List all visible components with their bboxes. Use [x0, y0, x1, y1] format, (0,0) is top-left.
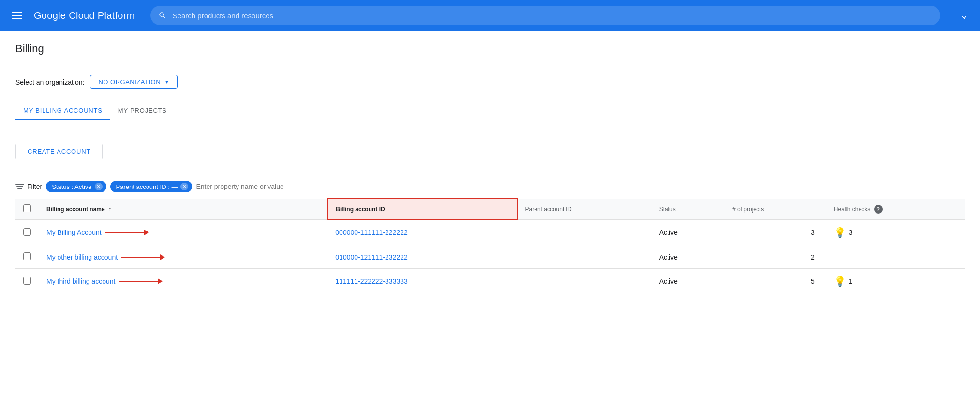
row1-health-icon: 💡 — [834, 227, 846, 238]
col-projects: # of projects — [725, 199, 826, 220]
menu-icon[interactable] — [8, 8, 26, 23]
row3-health-icon: 💡 — [834, 275, 846, 287]
row3-name-cell: My third billing account — [39, 269, 327, 294]
billing-table: Billing account name ↑ Billing account I… — [15, 198, 965, 294]
filter-label: Filter — [15, 183, 42, 190]
col-billing-account-name[interactable]: Billing account name ↑ — [39, 199, 327, 220]
row3-health: 💡 1 — [826, 269, 965, 294]
health-checks-help-icon[interactable]: ? — [874, 205, 883, 214]
account-dropdown-icon[interactable]: ⌄ — [956, 5, 972, 26]
row3-parent-id: – — [517, 269, 652, 294]
page-title: Billing — [15, 43, 965, 55]
table-row: My Billing Account 000000-111111-222222 … — [15, 220, 965, 245]
filter-chip-parent-remove[interactable]: ✕ — [180, 183, 188, 190]
org-selector-label: Select an organization: — [15, 78, 84, 86]
select-all-checkbox[interactable] — [23, 204, 31, 212]
chevron-down-icon: ▼ — [164, 79, 169, 85]
row3-checkbox[interactable] — [23, 277, 31, 285]
search-icon — [158, 11, 167, 20]
row3-health-count: 1 — [849, 277, 853, 285]
filter-input[interactable] — [196, 181, 965, 192]
row1-account-name[interactable]: My Billing Account — [46, 229, 102, 236]
org-dropdown-button[interactable]: NO ORGANIZATION ▼ — [90, 75, 178, 89]
row1-checkbox-cell — [15, 220, 39, 245]
col-health-checks: Health checks ? — [826, 199, 965, 220]
row2-projects: 2 — [725, 245, 826, 269]
row2-checkbox[interactable] — [23, 252, 31, 260]
app-header: Google Cloud Platform ⌄ — [0, 0, 980, 31]
row1-name-cell: My Billing Account — [39, 220, 327, 245]
row2-parent-id: – — [517, 245, 652, 269]
row1-projects: 3 — [725, 220, 826, 245]
row1-health-count: 3 — [849, 229, 853, 236]
table-row: My other billing account 010000-121111-2… — [15, 245, 965, 269]
app-logo: Google Cloud Platform — [34, 10, 135, 21]
row1-status: Active — [652, 220, 725, 245]
col-checkbox — [15, 199, 39, 220]
row3-status: Active — [652, 269, 725, 294]
col-status: Status — [652, 199, 725, 220]
row1-health: 💡 3 — [826, 220, 965, 245]
table-header-row: Billing account name ↑ Billing account I… — [15, 199, 965, 220]
row1-billing-id[interactable]: 000000-111111-222222 — [327, 220, 517, 245]
filter-chip-parent[interactable]: Parent account ID : — ✕ — [110, 181, 193, 192]
table-row: My third billing account 111111-222222-3… — [15, 269, 965, 294]
divider-2 — [0, 97, 980, 97]
row3-account-name[interactable]: My third billing account — [46, 277, 115, 285]
tab-my-projects[interactable]: MY PROJECTS — [110, 101, 175, 120]
row2-billing-id[interactable]: 010000-121111-232222 — [327, 245, 517, 269]
row1-arrow-annotation — [105, 230, 149, 235]
search-input[interactable] — [173, 12, 933, 20]
filter-row: Filter Status : Active ✕ Parent account … — [15, 175, 965, 198]
row1-checkbox[interactable] — [23, 228, 31, 236]
row3-billing-id[interactable]: 111111-222222-333333 — [327, 269, 517, 294]
row2-arrow-annotation — [121, 254, 165, 260]
org-selector-row: Select an organization: NO ORGANIZATION … — [15, 67, 965, 97]
page-content: Billing Select an organization: NO ORGAN… — [0, 31, 980, 306]
row1-parent-id: – — [517, 220, 652, 245]
filter-icon — [15, 184, 24, 189]
tab-billing-accounts[interactable]: MY BILLING ACCOUNTS — [15, 101, 110, 120]
sort-arrow-icon: ↑ — [108, 206, 111, 213]
create-account-button[interactable]: CREATE ACCOUNT — [15, 144, 103, 159]
filter-chip-status[interactable]: Status : Active ✕ — [46, 181, 106, 192]
row3-projects: 5 — [725, 269, 826, 294]
row3-arrow-annotation — [119, 278, 163, 284]
col-parent-account-id: Parent account ID — [517, 199, 652, 220]
row2-checkbox-cell — [15, 245, 39, 269]
search-bar — [150, 6, 940, 25]
tabs-bar: MY BILLING ACCOUNTS MY PROJECTS — [15, 101, 965, 120]
filter-chip-status-remove[interactable]: ✕ — [95, 183, 103, 190]
row2-account-name[interactable]: My other billing account — [46, 253, 118, 261]
org-dropdown-label: NO ORGANIZATION — [98, 78, 161, 86]
row2-status: Active — [652, 245, 725, 269]
row2-name-cell: My other billing account — [39, 245, 327, 269]
row2-health — [826, 245, 965, 269]
col-billing-account-id[interactable]: Billing account ID — [327, 199, 517, 220]
row3-checkbox-cell — [15, 269, 39, 294]
